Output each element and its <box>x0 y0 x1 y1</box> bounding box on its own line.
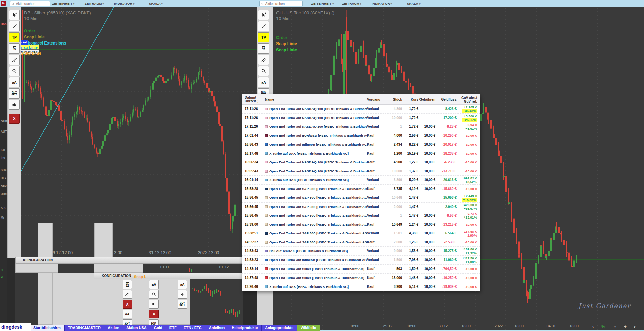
table-row[interactable]: 17:11:26 Open End Turbo auf NASDAQ 100 [… <box>242 105 480 113</box>
buy-sell-button[interactable]: BUYSELL <box>178 300 187 309</box>
taskbar-tab-anlageprodukte[interactable]: Anlageprodukte <box>262 325 297 331</box>
table-row[interactable]: 17:01:44 Open End Turbo auf EUR/USD [HSB… <box>242 131 480 140</box>
table-row[interactable]: 14:53:23 Open End Turbo auf Infineon [HS… <box>242 255 480 264</box>
trendline-tool-button[interactable] <box>258 21 269 31</box>
close-window-button[interactable]: X <box>9 114 20 124</box>
zoom-tool-button[interactable] <box>149 290 159 299</box>
menu-skala[interactable]: SKALA <box>149 0 163 7</box>
table-row[interactable]: 15:56:45 Open End Turbo auf S&P 500 [HSB… <box>242 193 480 202</box>
table-row[interactable]: 15:38:51 Open End Turbo auf S&P 500 [HSB… <box>242 229 480 238</box>
konfiguration-bar[interactable]: KONFIGURATION <box>15 257 243 264</box>
taskbar-tab-anleihen[interactable]: Anleihen <box>205 325 228 331</box>
table-row[interactable]: 16:06:34 Open End Turbo auf NASDAQ 100 [… <box>242 158 480 167</box>
text-size-button[interactable]: aA <box>9 77 20 87</box>
silver-chart-area[interactable]: DB - Silber (965310) (XAG.DBKF) 10 Min O… <box>21 7 257 259</box>
menu-zeitraum[interactable]: ZEITRAUM <box>85 0 104 7</box>
table-row[interactable]: 16:17:48 X-Turbo auf DAX [HSBC Trinkaus … <box>242 149 480 158</box>
sort-icon[interactable]: ▲▼ <box>257 100 259 103</box>
app-icon[interactable]: % <box>1 1 6 6</box>
cursor-tool-button[interactable] <box>9 10 20 20</box>
table-row[interactable]: 13:26:46 X-Turbo auf DAX [HSBC Trinkaus … <box>242 282 480 291</box>
alert-sound-button[interactable] <box>9 100 20 110</box>
percent-scale-icon[interactable]: % <box>601 324 605 329</box>
zoom-tool-button[interactable] <box>258 66 269 76</box>
col-kurs[interactable]: Kurs <box>402 98 418 101</box>
col-guv[interactable]: GuV abs./GuV rel. <box>457 96 477 103</box>
menu-indikator[interactable]: INDIKATOR <box>372 0 392 7</box>
table-row[interactable]: 16:56:43 Open End Turbo auf Infineon [HS… <box>242 140 480 149</box>
konfiguration-bar[interactable]: KONFIGURATION <box>94 273 243 279</box>
table-row[interactable]: 14:55:27 Open End Turbo auf S&P 500 [HSB… <box>242 238 480 246</box>
table-row[interactable]: 16:01:14 X-Turbo auf DAX [HSBC Trinkaus … <box>242 175 480 184</box>
table-row[interactable]: 16:05:43 Open End Turbo auf NASDAQ 100 [… <box>242 167 480 175</box>
percent-tool-button[interactable]: % <box>9 43 20 54</box>
row-fee: 10,00 € <box>418 143 435 146</box>
stock-search-input[interactable] <box>265 2 301 6</box>
parallel-lines-tool-button[interactable] <box>9 55 20 65</box>
auto-scale-icon[interactable]: ⌂ <box>614 324 616 329</box>
text-size-button[interactable]: aA <box>258 77 269 87</box>
taskbar-tab-gold[interactable]: Gold <box>150 325 166 331</box>
close-window-button[interactable]: X <box>149 310 159 318</box>
col-gebuehren[interactable]: Gebühren <box>418 98 435 101</box>
row-cashflow: -6.233 € <box>435 160 457 164</box>
table-row[interactable]: 17:11:26 Open End Turbo auf NASDAQ 100 [… <box>242 113 480 122</box>
menu-indikator[interactable]: INDIKATOR <box>114 0 135 7</box>
menu-skala[interactable]: SKALA <box>407 0 421 7</box>
trendline-tool-button[interactable] <box>9 21 20 31</box>
text-size-button[interactable]: aA <box>123 310 132 318</box>
taskbar-tab-aktien-usa[interactable]: Aktien USA <box>123 325 150 331</box>
stock-search-input[interactable] <box>15 2 48 6</box>
taskbar-tab-etn-etc[interactable]: ETN / ETC <box>180 325 205 331</box>
col-stueck[interactable]: Stück <box>384 98 402 101</box>
table-row[interactable]: 15:58:28 Open End Turbo auf S&P 500 [HSB… <box>242 184 480 193</box>
mini-chart-area[interactable] <box>190 279 243 325</box>
col-vorgang[interactable]: Vorgang <box>367 98 384 101</box>
instrument-icon <box>265 179 268 181</box>
row-cashflow: 15.653 € <box>435 196 457 199</box>
text-size-button[interactable]: aA <box>149 280 159 289</box>
taskbar-tab-startbildschirm[interactable]: Startbildschirm <box>30 325 65 331</box>
text-size-button[interactable]: aA <box>178 280 187 289</box>
cursor-tool-button[interactable] <box>258 10 269 20</box>
col-name[interactable]: Name <box>265 98 367 101</box>
table-row[interactable]: 15:56:45 Open End Turbo auf S&P 500 [HSB… <box>242 211 480 220</box>
scroll-left-icon[interactable]: ‹ <box>592 324 594 329</box>
zoom-in-icon[interactable]: + <box>624 324 627 329</box>
percent-tool-button[interactable]: % <box>258 43 269 54</box>
table-row[interactable]: 15:39:00 Open End Turbo auf S&P 500 [HSB… <box>242 220 480 229</box>
taskbar-tab-etf[interactable]: ETF <box>166 325 180 331</box>
close-window-button[interactable]: X <box>123 300 132 309</box>
alert-sound-button[interactable] <box>178 290 187 299</box>
col-geldfluss[interactable]: Geldfluss <box>435 98 457 101</box>
table-row[interactable]: 14:53:43 Call auf TecDAX [HSBC Trinkaus … <box>242 246 480 255</box>
col-datum-uhrzeit[interactable]: Datum/ Uhrzeit▲▼ <box>245 95 265 103</box>
table-row[interactable]: 14:37:48 Open End Turbo auf Silber [HSBC… <box>242 273 480 282</box>
stock-search-box[interactable] <box>259 1 303 6</box>
menu-zeiteinheit[interactable]: ZEITEINHEIT <box>52 0 74 7</box>
row-price: 1,50 € <box>402 267 418 271</box>
tp-tool-button[interactable]: TP <box>258 32 269 42</box>
taskbar-tab-aktien[interactable]: Aktien <box>104 325 123 331</box>
taskbar-tab-tradingmaster[interactable]: TRADINGMASTER <box>65 325 105 331</box>
tp-tool-button[interactable]: TP <box>9 32 20 42</box>
parallel-lines-tool-button[interactable] <box>123 290 132 299</box>
table-row[interactable]: 14:38:14 Open End Turbo auf Silber [HSBC… <box>242 264 480 273</box>
menu-zeitraum[interactable]: ZEITRAUM <box>342 0 361 7</box>
stock-search-box[interactable] <box>10 1 50 6</box>
table-row[interactable]: 15:56:45 Open End Turbo auf S&P 500 [HSB… <box>242 202 480 211</box>
tradingdesk-logo[interactable]: dingdesk <box>0 323 31 331</box>
alert-sound-button[interactable] <box>149 300 159 309</box>
buy-sell-button[interactable]: BUYSELL <box>9 88 20 99</box>
scroll-right-icon[interactable]: › <box>634 324 636 329</box>
transactions-header[interactable]: Datum/ Uhrzeit▲▼ Name Vorgang Stück Kurs… <box>242 94 480 105</box>
table-row[interactable]: 17:11:26 Open End Turbo auf NASDAQ 100 [… <box>242 122 480 131</box>
taskbar-tab-hebelprodukte[interactable]: Hebelprodukte <box>228 325 262 331</box>
parallel-lines-tool-button[interactable] <box>258 55 269 65</box>
row-profit-loss: -9,73 €+23,01% <box>457 212 477 219</box>
percent-tool-button[interactable]: % <box>123 280 132 289</box>
taskbar: StartbildschirmTRADINGMASTERAktienAktien… <box>30 325 320 331</box>
menu-zeiteinheit[interactable]: ZEITEINHEIT <box>311 0 334 7</box>
zoom-tool-button[interactable] <box>9 66 20 76</box>
taskbar-tab-wikifolio[interactable]: Wikifolio <box>297 325 320 331</box>
